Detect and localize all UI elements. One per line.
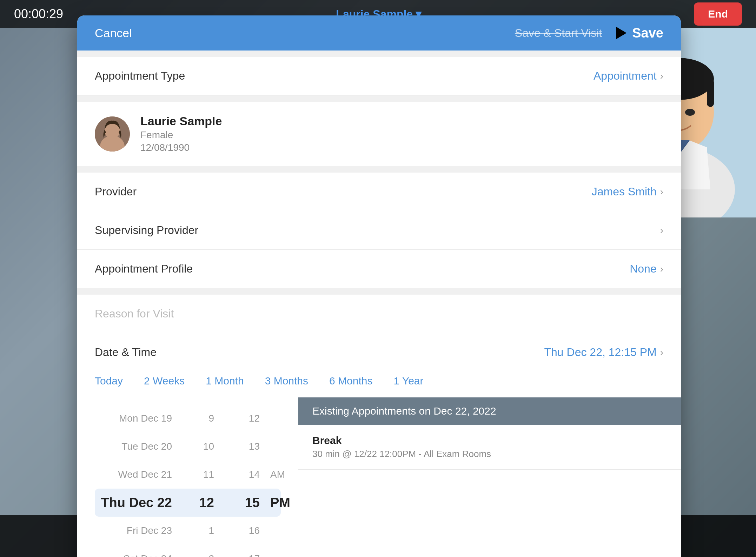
filter-3months-button[interactable]: 3 Months	[265, 371, 308, 390]
calendar-picker[interactable]: Mon Dec 19 9 12 Tue Dec 20 10 13 Wed Dec…	[77, 397, 298, 557]
provider-chevron-icon: ›	[660, 186, 663, 197]
patient-row[interactable]: Laurie Sample Female 12/08/1990	[77, 102, 681, 166]
provider-label: Provider	[95, 185, 137, 198]
datetime-chevron-icon: ›	[660, 347, 663, 358]
appointment-type-row[interactable]: Appointment Type Appointment ›	[77, 57, 681, 95]
datetime-row[interactable]: Date & Time Thu Dec 22, 12:15 PM ›	[77, 333, 681, 371]
supervising-provider-label: Supervising Provider	[95, 224, 198, 237]
calendar-row-thu[interactable]: Thu Dec 22 12 15 PM	[95, 489, 281, 517]
calendar-row-wed[interactable]: Wed Dec 21 11 14 AM	[95, 461, 281, 489]
modal-header: Cancel Save & Start Visit Save	[77, 15, 681, 51]
cal-day-mon: Mon Dec 19	[95, 413, 172, 424]
appt-detail: 30 min @ 12/22 12:00PM - All Exam Rooms	[312, 449, 667, 459]
date-filter-bar: Today 2 Weeks 1 Month 3 Months 6 Months …	[77, 371, 681, 397]
cal-hour-mon: 9	[179, 413, 214, 424]
cal-minute-sat: 17	[225, 553, 260, 557]
datetime-label: Date & Time	[95, 346, 157, 359]
svg-point-8	[685, 109, 695, 116]
filter-2weeks-button[interactable]: 2 Weeks	[144, 371, 185, 390]
chevron-right-icon: ›	[660, 71, 663, 82]
supervising-provider-row[interactable]: Supervising Provider ›	[77, 211, 681, 250]
save-button[interactable]: Save	[616, 26, 663, 41]
supervising-chevron-icon: ›	[660, 225, 663, 236]
cal-day-thu: Thu Dec 22	[95, 495, 172, 510]
filter-1month-button[interactable]: 1 Month	[206, 371, 244, 390]
cal-hour-tue: 10	[179, 441, 214, 452]
save-start-visit-button[interactable]: Save & Start Visit	[515, 27, 602, 40]
calendar-row-fri[interactable]: Fri Dec 23 1 16	[95, 517, 281, 545]
calendar-row-tue[interactable]: Tue Dec 20 10 13	[95, 432, 281, 461]
end-call-button[interactable]: End	[694, 2, 742, 26]
cal-hour-sat: 2	[179, 553, 214, 557]
provider-value[interactable]: James Smith ›	[592, 185, 663, 198]
svg-rect-6	[707, 79, 714, 107]
divider-1	[77, 51, 681, 57]
calendar-section: Mon Dec 19 9 12 Tue Dec 20 10 13 Wed Dec…	[77, 397, 681, 557]
reason-placeholder[interactable]: Reason for Visit	[95, 307, 174, 320]
profile-chevron-icon: ›	[660, 263, 663, 275]
patient-gender: Female	[140, 129, 222, 141]
calendar-row-sat[interactable]: Sat Dec 24 2 17	[95, 545, 281, 557]
appointment-modal: Cancel Save & Start Visit Save Appointme…	[77, 15, 681, 557]
patient-avatar	[95, 116, 130, 152]
cal-minute-wed: 14	[225, 469, 260, 480]
supervising-provider-chevron[interactable]: ›	[660, 225, 663, 236]
cal-day-wed: Wed Dec 21	[95, 469, 172, 480]
cal-hour-thu: 12	[179, 495, 214, 510]
cal-day-tue: Tue Dec 20	[95, 441, 172, 452]
divider-3	[77, 166, 681, 173]
appointment-type-value[interactable]: Appointment ›	[593, 69, 663, 82]
reason-for-visit-row[interactable]: Reason for Visit	[77, 295, 681, 333]
appointment-item: Break 30 min @ 12/22 12:00PM - All Exam …	[298, 425, 681, 470]
cal-minute-mon: 12	[225, 413, 260, 424]
datetime-value[interactable]: Thu Dec 22, 12:15 PM ›	[544, 346, 664, 359]
cal-minute-fri: 16	[225, 525, 260, 536]
patient-dob: 12/08/1990	[140, 142, 222, 153]
header-actions: Save & Start Visit Save	[515, 26, 663, 41]
appointment-profile-row[interactable]: Appointment Profile None ›	[77, 250, 681, 288]
filter-today-button[interactable]: Today	[95, 371, 123, 390]
appointment-profile-value[interactable]: None ›	[630, 262, 663, 275]
patient-full-name: Laurie Sample	[140, 114, 222, 128]
cal-ampm-wed: AM	[270, 469, 298, 480]
divider-2	[77, 95, 681, 102]
cal-minute-tue: 13	[225, 441, 260, 452]
cal-hour-fri: 1	[179, 525, 214, 536]
calendar-row-mon[interactable]: Mon Dec 19 9 12	[95, 404, 281, 432]
appointments-header: Existing Appointments on Dec 22, 2022	[298, 397, 681, 425]
appt-title: Break	[312, 435, 667, 447]
patient-info: Laurie Sample Female 12/08/1990	[140, 114, 222, 153]
cal-day-fri: Fri Dec 23	[95, 525, 172, 536]
existing-appointments-panel: Existing Appointments on Dec 22, 2022 Br…	[298, 397, 681, 557]
filter-6months-button[interactable]: 6 Months	[329, 371, 372, 390]
cal-minute-thu: 15	[225, 495, 260, 510]
appointment-profile-label: Appointment Profile	[95, 262, 193, 275]
filter-1year-button[interactable]: 1 Year	[393, 371, 423, 390]
cal-hour-wed: 11	[179, 469, 214, 480]
cancel-button[interactable]: Cancel	[95, 26, 132, 40]
appointment-type-label: Appointment Type	[95, 69, 185, 82]
divider-4	[77, 288, 681, 295]
cal-day-sat: Sat Dec 24	[95, 553, 172, 557]
call-timer: 00:00:29	[14, 7, 63, 21]
cal-ampm-thu: PM	[270, 495, 298, 510]
arrow-icon	[616, 27, 626, 39]
provider-row[interactable]: Provider James Smith ›	[77, 173, 681, 211]
